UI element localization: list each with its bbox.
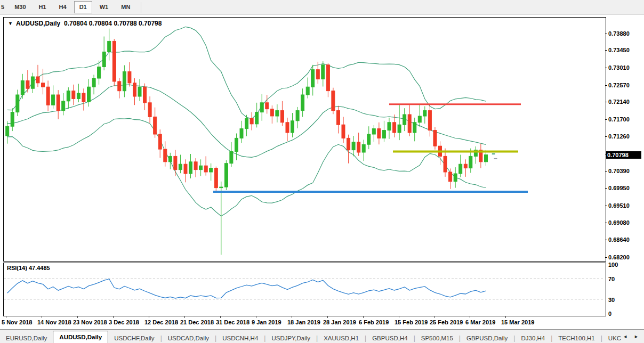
candle-body [423, 111, 426, 116]
candle-body [332, 91, 335, 111]
date-axis-tick [470, 316, 470, 318]
timeframe-button-M30[interactable]: M30 [9, 1, 31, 13]
tab-dj30-h4[interactable]: DJ30,H4 [515, 333, 551, 343]
tab-sp500-m15[interactable]: SP500,M15 [415, 333, 459, 343]
tab-usdcnh-h4[interactable]: USDCNH,H4 [216, 333, 264, 343]
candle-body [133, 83, 136, 96]
candle-body [235, 138, 238, 151]
date-axis-tick [6, 316, 6, 318]
candle-body [11, 112, 14, 127]
date-axis-tick [399, 316, 399, 318]
candle-body [250, 118, 253, 124]
candle-body [220, 187, 223, 188]
candle-body [388, 123, 391, 130]
tab-tech100-h1[interactable]: TECH100,H1 [552, 333, 600, 343]
candle-body [199, 166, 203, 169]
date-axis-tick [149, 316, 149, 318]
candle-body [403, 115, 406, 125]
tab-audusd-daily[interactable]: AUDUSD,Daily [53, 331, 108, 343]
rsi-line [7, 279, 486, 298]
date-axis-tick [327, 316, 328, 318]
candle-body [265, 103, 269, 109]
timeframe-button-H1[interactable]: H1 [34, 1, 52, 13]
tab-gbpusd-daily[interactable]: GBPUSD,Daily [461, 333, 513, 343]
candle-body [347, 138, 350, 150]
tab-scroll-right-icon[interactable]: ► [634, 334, 639, 339]
price-axis-tick [605, 119, 607, 120]
price-axis-label: 0.72570 [608, 82, 630, 88]
candle-body [337, 111, 340, 125]
candle-body [210, 168, 213, 172]
candle-body [154, 117, 157, 134]
current-price-tag: 0.70798 [606, 151, 641, 159]
price-axis-label: 0.69080 [608, 219, 630, 226]
tab-ukc[interactable]: UKC [602, 333, 623, 343]
candle-body [240, 129, 243, 138]
candle-body [31, 77, 34, 88]
timeframe-button-W1[interactable]: W1 [94, 1, 114, 13]
price-axis-label: 0.69510 [608, 202, 630, 209]
candle-body [138, 87, 141, 96]
date-axis-label: 15 Mar 2019 [501, 319, 534, 325]
date-axis-label: 3 Dec 2018 [109, 319, 139, 325]
tab-gbpusd-h4[interactable]: GBPUSD,H4 [366, 333, 413, 343]
tab-xauusd-h1[interactable]: XAUUSD,H1 [318, 333, 365, 343]
rsi-chart-canvas[interactable] [4, 263, 605, 315]
timeframe-button-D1[interactable]: D1 [74, 1, 92, 13]
candle-body [342, 125, 345, 138]
candle-body [26, 80, 29, 88]
candle-body [433, 130, 437, 146]
candle-body [77, 93, 80, 99]
candle-body [296, 111, 299, 121]
candle-body [428, 111, 431, 130]
price-chart-pane[interactable]: ▼AUDUSD,Daily 0.70804 0.70804 0.70788 0.… [3, 17, 606, 262]
candle-body [377, 129, 381, 138]
tab-eurusd-daily[interactable]: EURUSD,Daily [0, 333, 53, 343]
price-axis-label: 0.73010 [608, 64, 630, 71]
timeframe-button-5[interactable]: 5 [0, 1, 7, 13]
date-axis-label: 5 Nov 2018 [2, 319, 32, 325]
candle-body [454, 174, 457, 182]
tab-usdchf-daily[interactable]: USDCHF,Daily [108, 333, 160, 343]
chart-dropdown-icon[interactable]: ▼ [8, 21, 13, 26]
date-axis-label: 21 Dec 2018 [180, 319, 214, 325]
tab-usdcad-daily[interactable]: USDCAD,Daily [162, 333, 215, 343]
candle-body [224, 164, 228, 187]
candle-body [164, 149, 167, 162]
date-axis-tick [505, 316, 506, 318]
tab-scroll-left-icon[interactable]: ◄ [623, 334, 627, 339]
candle-body [245, 118, 248, 128]
rsi-axis-label: 0 [608, 311, 611, 317]
candle-body [306, 87, 309, 95]
candle-body [67, 91, 70, 101]
chart-symbol-label: AUDUSD,Daily [16, 20, 60, 27]
date-axis-label: 6 Feb 2019 [359, 319, 389, 325]
date-axis-label: 6 Mar 2019 [465, 319, 495, 325]
date-axis-label: 25 Feb 2019 [430, 319, 463, 325]
candle-body [214, 168, 218, 188]
price-axis-tick [605, 257, 607, 258]
price-axis-tick [605, 50, 607, 51]
candle-body [316, 70, 319, 79]
candle-body [418, 116, 421, 123]
candle-body [72, 91, 75, 99]
candle-body [108, 41, 111, 52]
candle-body [311, 70, 315, 87]
candle-body [52, 95, 55, 105]
candle-body [393, 123, 396, 133]
candle-body [179, 164, 182, 169]
price-axis-tick [605, 206, 607, 206]
price-axis-label: 0.71700 [608, 116, 630, 123]
candle-body [362, 144, 365, 152]
rsi-indicator-pane[interactable]: RSI(14) 47.4485 [3, 263, 606, 316]
candle-body [112, 41, 116, 81]
timeframe-button-MN[interactable]: MN [116, 1, 135, 13]
price-chart-canvas[interactable] [4, 18, 605, 260]
candle-body [118, 81, 121, 91]
tab-usdjpy-daily[interactable]: USDJPY,Daily [265, 333, 316, 343]
candle-body [444, 156, 447, 172]
candle-body [21, 80, 24, 95]
candle-body [398, 125, 401, 133]
candle-body [46, 87, 50, 105]
timeframe-button-H4[interactable]: H4 [54, 1, 72, 13]
